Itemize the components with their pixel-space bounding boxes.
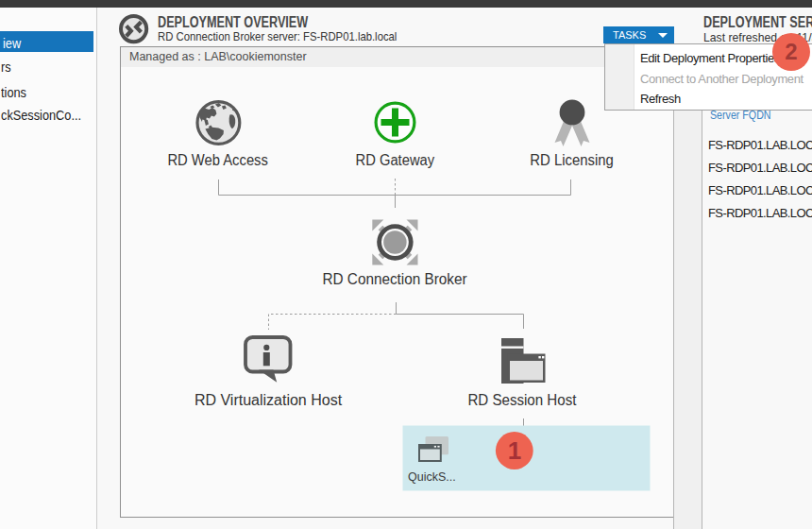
svg-text:1: 1 xyxy=(508,436,521,465)
